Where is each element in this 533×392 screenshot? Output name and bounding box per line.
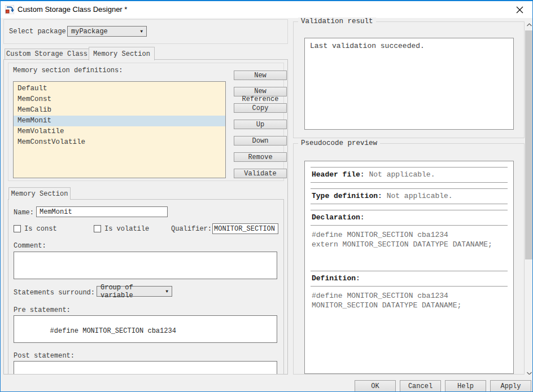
remove-button[interactable]: Remove [234, 152, 287, 162]
cancel-button[interactable]: Cancel [400, 380, 441, 392]
close-button[interactable] [507, 1, 532, 18]
memory-definitions-group: Memory section definitions: DefaultMemCo… [8, 63, 284, 181]
name-value: MemMonit [40, 208, 72, 216]
new-reference-button[interactable]: New Reference [234, 87, 287, 96]
validation-result-title: Validation result [298, 17, 376, 25]
preview-section: Type definition: Not applicable. [311, 188, 508, 204]
package-dropdown-value: myPackage [71, 28, 108, 36]
validate-button[interactable]: Validate [234, 169, 287, 178]
down-button[interactable]: Down [234, 136, 287, 146]
up-button[interactable]: Up [234, 120, 287, 129]
pseudocode-box[interactable]: Header file: Not applicable.Type definit… [304, 161, 514, 374]
close-icon [516, 6, 523, 14]
statements-surround-dropdown[interactable]: Group of variable ▼ [97, 286, 172, 297]
select-package-label: Select package: [9, 28, 70, 36]
custom-storage-class-designer-window: Custom Storage Class Designer * Select p… [0, 0, 533, 392]
memory-section-listbox[interactable]: DefaultMemConstMemCalibMemMonitMemVolati… [13, 81, 226, 178]
list-item[interactable]: MemConst [14, 94, 225, 105]
list-item[interactable]: MemVolatile [14, 126, 225, 137]
footer-buttons: OKCancelHelpApply [355, 380, 531, 392]
memory-section-tab-panel: Memory section definitions: DefaultMemCo… [3, 59, 288, 375]
statements-surround-label: Statements surround: [14, 289, 95, 297]
name-input[interactable]: MemMonit [36, 206, 168, 217]
scroll-up-button[interactable] [525, 20, 533, 29]
preview-section: Header file: Not applicable. [311, 167, 508, 183]
qualifier-input[interactable]: MONITOR_SECTION [212, 223, 278, 234]
pseudocode-preview-title: Pseudocode preview [298, 139, 380, 147]
sub-tab-memory-section[interactable]: Memory Section [8, 187, 71, 200]
title-bar: Custom Storage Class Designer * [1, 1, 532, 18]
name-label: Name: [14, 209, 34, 217]
list-buttons: NewNew ReferenceCopyUpDownRemoveValidate [234, 71, 287, 178]
pre-statement-value: #define MONITOR_SECTION cba1234 [50, 327, 176, 335]
is-volatile-checkbox[interactable] [94, 225, 101, 232]
memory-section-definitions-label: Memory section definitions: [13, 67, 123, 74]
list-item[interactable]: MemConstVolatile [14, 137, 225, 148]
sub-tab-label: Memory Section [11, 190, 68, 198]
qualifier-label: Qualifier: [171, 225, 212, 233]
preview-section: Declaration:#define MONITOR_SECTION cba1… [311, 210, 508, 265]
validation-result-group: Validation result Last validation succee… [293, 21, 525, 138]
post-statement-label: Post statement: [14, 352, 75, 360]
comment-textarea[interactable] [14, 252, 277, 279]
footer-bar: OKCancelHelpApply [1, 375, 533, 392]
right-panel-scrollbar[interactable] [525, 20, 533, 378]
pre-statement-textarea[interactable]: #define MONITOR_SECTION cba1234 [14, 315, 277, 343]
scrollbar-up-icon [527, 23, 532, 27]
tab-memory-section[interactable]: Memory Section [89, 47, 155, 60]
validation-result-box[interactable]: Last validation succeeded. [304, 38, 514, 130]
tab-label: Memory Section [93, 50, 150, 58]
chevron-down-icon: ▼ [165, 289, 168, 294]
package-dropdown[interactable]: myPackage ▼ [67, 26, 147, 37]
window-title: Custom Storage Class Designer * [18, 1, 127, 18]
pseudocode-preview-group: Pseudocode preview Header file: Not appl… [293, 143, 525, 375]
ok-button[interactable]: OK [355, 380, 396, 392]
list-item[interactable]: MemMonit [14, 116, 225, 126]
list-item[interactable]: MemCalib [14, 105, 225, 116]
package-selector-group: Select package: myPackage ▼ [3, 19, 288, 44]
chevron-down-icon: ▼ [140, 29, 143, 34]
comment-label: Comment: [14, 242, 46, 250]
scrollbar-thumb[interactable] [525, 30, 533, 259]
list-item[interactable]: Default [14, 83, 225, 94]
help-button[interactable]: Help [445, 380, 486, 392]
new-button[interactable]: New [234, 71, 287, 80]
is-const-label: Is const [24, 225, 57, 233]
is-volatile-label: Is volatile [104, 225, 149, 233]
simulink-model-icon [5, 5, 14, 14]
apply-button[interactable]: Apply [490, 380, 531, 392]
post-statement-textarea[interactable] [14, 361, 277, 375]
tab-label: Custom Storage Class [6, 50, 88, 58]
memory-section-form: Name: MemMonit Is const Is volatile Qual… [8, 199, 284, 375]
copy-button[interactable]: Copy [234, 103, 287, 113]
pre-statement-label: Pre statement: [14, 306, 71, 314]
preview-section: Definition:#define MONITOR_SECTION cba12… [311, 271, 508, 326]
validation-message: Last validation succeeded. [310, 42, 425, 50]
qualifier-value: MONITOR_SECTION [214, 225, 275, 233]
is-const-checkbox[interactable] [14, 225, 21, 232]
statements-surround-value: Group of variable [101, 284, 165, 299]
tab-custom-storage-class[interactable]: Custom Storage Class [5, 49, 89, 60]
